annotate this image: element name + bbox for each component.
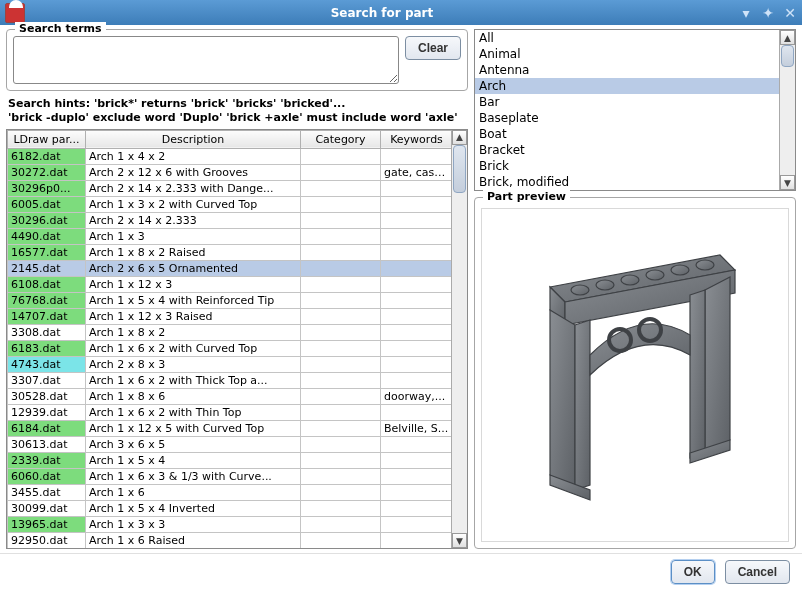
search-input[interactable] [13,36,399,84]
category-item[interactable]: Brick [475,158,779,174]
svg-marker-12 [690,290,705,458]
col-header-cat[interactable]: Category [301,130,381,148]
cat-scroll-thumb[interactable] [781,45,794,67]
maximize-button[interactable]: ✦ [761,5,775,21]
cell-key [381,356,452,372]
table-row[interactable]: 4490.datArch 1 x 3 [8,228,452,244]
clear-button[interactable]: Clear [405,36,461,60]
table-row[interactable]: 76768.datArch 1 x 5 x 4 with Reinforced … [8,292,452,308]
category-item[interactable]: Bar [475,94,779,110]
cell-part: 6005.dat [8,196,86,212]
minimize-button[interactable]: ▾ [739,5,753,21]
table-row[interactable]: 3307.datArch 1 x 6 x 2 with Thick Top a.… [8,372,452,388]
window-title: Search for part [25,6,739,20]
table-row[interactable]: 30296p0...Arch 2 x 14 x 2.333 with Dange… [8,180,452,196]
cell-desc: Arch 1 x 8 x 2 Raised [86,244,301,260]
cell-part: 2339.dat [8,452,86,468]
scroll-down-icon[interactable]: ▼ [452,533,467,548]
category-item[interactable]: Baseplate [475,110,779,126]
table-row[interactable]: 2145.datArch 2 x 6 x 5 Ornamented [8,260,452,276]
cell-part: 3308.dat [8,324,86,340]
cell-desc: Arch 1 x 3 x 3 [86,516,301,532]
results-table[interactable]: LDraw par... Description Category Keywor… [7,130,451,549]
svg-point-5 [621,275,639,285]
cell-key [381,404,452,420]
category-item[interactable]: Brick, modified [475,174,779,190]
table-row[interactable]: 3455.datArch 1 x 6 [8,484,452,500]
cell-cat [301,340,381,356]
table-row[interactable]: 6060.datArch 1 x 6 x 3 & 1/3 with Curve.… [8,468,452,484]
table-row[interactable]: 6183.datArch 1 x 6 x 2 with Curved Top [8,340,452,356]
table-row[interactable]: 30099.datArch 1 x 5 x 4 Inverted [8,500,452,516]
search-terms-group: Search terms Clear [6,29,468,91]
col-header-part[interactable]: LDraw par... [8,130,86,148]
cell-desc: Arch 1 x 4 x 2 [86,148,301,164]
cell-cat [301,404,381,420]
cat-scroll-up-icon[interactable]: ▲ [780,30,795,45]
category-item[interactable]: Arch [475,78,779,94]
cell-cat [301,324,381,340]
table-row[interactable]: 6184.datArch 1 x 12 x 5 with Curved TopB… [8,420,452,436]
cell-part: 76768.dat [8,292,86,308]
table-row[interactable]: 30272.datArch 2 x 12 x 6 with Groovesgat… [8,164,452,180]
cell-desc: Arch 2 x 8 x 3 [86,356,301,372]
app-icon [5,3,25,23]
cell-key [381,452,452,468]
table-row[interactable]: 12939.datArch 1 x 6 x 2 with Thin Top [8,404,452,420]
table-row[interactable]: 6182.datArch 1 x 4 x 2 [8,148,452,164]
table-row[interactable]: 16577.datArch 1 x 8 x 2 Raised [8,244,452,260]
table-row[interactable]: 13965.datArch 1 x 3 x 3 [8,516,452,532]
cell-cat [301,420,381,436]
table-row[interactable]: 30613.datArch 3 x 6 x 5 [8,436,452,452]
category-listbox[interactable]: AllAnimalAntennaArchBarBaseplateBoatBrac… [474,29,796,191]
cell-key [381,212,452,228]
cell-cat [301,212,381,228]
category-item[interactable]: Bracket [475,142,779,158]
table-row[interactable]: 30528.datArch 1 x 8 x 6doorway,... [8,388,452,404]
cell-part: 2145.dat [8,260,86,276]
category-item[interactable]: Animal [475,46,779,62]
table-row[interactable]: 14707.datArch 1 x 12 x 3 Raised [8,308,452,324]
scroll-thumb[interactable] [453,145,466,193]
cell-cat [301,436,381,452]
cell-desc: Arch 2 x 14 x 2.333 [86,212,301,228]
table-row[interactable]: 92950.datArch 1 x 6 Raised [8,532,452,548]
table-row[interactable]: 6005.datArch 1 x 3 x 2 with Curved Top [8,196,452,212]
cell-key [381,532,452,548]
table-row[interactable]: 30296.datArch 2 x 14 x 2.333 [8,212,452,228]
cell-key [381,148,452,164]
category-scrollbar[interactable]: ▲ ▼ [779,30,795,190]
table-row[interactable]: 6108.datArch 1 x 12 x 3 [8,276,452,292]
cell-cat [301,452,381,468]
close-button[interactable]: ✕ [783,5,797,21]
category-item[interactable]: Boat [475,126,779,142]
results-table-wrap: LDraw par... Description Category Keywor… [6,129,468,550]
table-row[interactable]: 4743.datArch 2 x 8 x 3 [8,356,452,372]
cell-key [381,340,452,356]
cell-key [381,468,452,484]
cell-key [381,484,452,500]
dialog-buttons: OK Cancel [0,553,802,589]
cell-desc: Arch 1 x 6 x 3 & 1/3 with Curve... [86,468,301,484]
cancel-button[interactable]: Cancel [725,560,790,584]
col-header-key[interactable]: Keywords [381,130,452,148]
col-header-desc[interactable]: Description [86,130,301,148]
cell-desc: Arch 1 x 3 x 2 with Curved Top [86,196,301,212]
cat-scroll-down-icon[interactable]: ▼ [780,175,795,190]
cell-part: 14707.dat [8,308,86,324]
cell-part: 4490.dat [8,228,86,244]
results-scrollbar[interactable]: ▲ ▼ [451,130,467,549]
cell-part: 3455.dat [8,484,86,500]
table-row[interactable]: 2339.datArch 1 x 5 x 4 [8,452,452,468]
ok-button[interactable]: OK [671,560,715,584]
table-row[interactable]: 3308.datArch 1 x 8 x 2 [8,324,452,340]
cell-desc: Arch 1 x 12 x 3 Raised [86,308,301,324]
cell-desc: Arch 1 x 6 [86,484,301,500]
category-item[interactable]: All [475,30,779,46]
scroll-up-icon[interactable]: ▲ [452,130,467,145]
cell-desc: Arch 1 x 3 [86,228,301,244]
category-item[interactable]: Antenna [475,62,779,78]
cell-cat [301,164,381,180]
cell-cat [301,532,381,548]
cell-part: 6183.dat [8,340,86,356]
